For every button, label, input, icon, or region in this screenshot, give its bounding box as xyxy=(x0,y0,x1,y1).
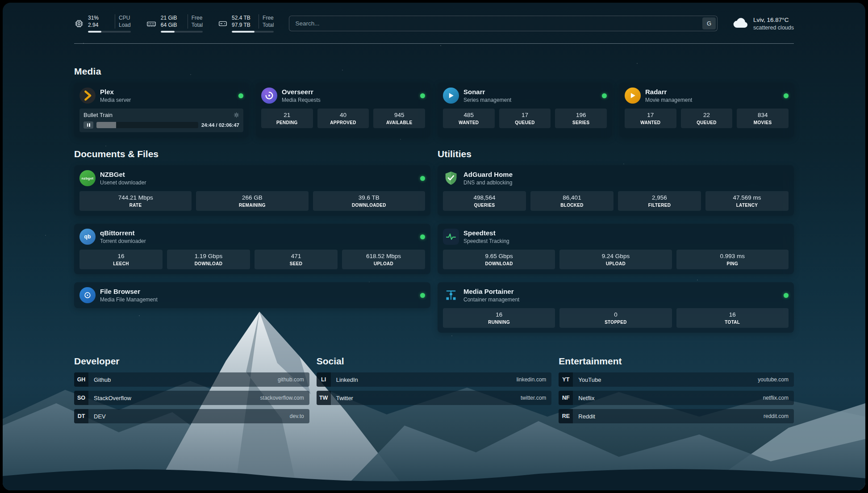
plex-icon xyxy=(79,88,96,104)
bookmark-netflix[interactable]: NF Netflix netflix.com xyxy=(559,391,794,405)
github-icon: GH xyxy=(74,372,88,387)
app-subtitle: Speedtest Tracking xyxy=(463,238,509,245)
disk-free-value: 52.4 TB xyxy=(232,14,255,21)
overseerr-icon xyxy=(261,88,277,104)
service-card-qbittorrent[interactable]: qb qBittorrent Torrent downloader 16LEEC… xyxy=(74,224,430,274)
bookmark-url: netflix.com xyxy=(763,395,789,401)
stat-rate: 744.21 MbpsRATE xyxy=(79,191,192,211)
bookmark-name: Netflix xyxy=(578,395,594,401)
playback-progress-bar xyxy=(96,122,198,128)
bookmark-reddit[interactable]: RE Reddit reddit.com xyxy=(559,409,794,423)
stat-download: 9.65 GbpsDOWNLOAD xyxy=(443,250,555,269)
portainer-icon xyxy=(443,287,459,303)
stat-stopped: 0STOPPED xyxy=(559,308,672,328)
app-name: qBittorrent xyxy=(100,229,146,237)
cpu-percent-value: 31% xyxy=(88,14,111,21)
stat-upload: 9.24 GbpsUPLOAD xyxy=(559,250,672,269)
stat-upload: 618.52 MbpsUPLOAD xyxy=(342,250,425,269)
bookmark-stackoverflow[interactable]: SO StackOverflow stackoverflow.com xyxy=(74,391,309,405)
cpu-widget: 31% 2.94 CPU Load xyxy=(74,14,131,33)
service-card-adguard[interactable]: AdGuard Home DNS and adblocking 498,564Q… xyxy=(438,165,794,216)
bookmark-name: Twitter xyxy=(336,395,353,401)
app-name: File Browser xyxy=(100,288,158,296)
ram-usage-bar xyxy=(161,31,203,33)
plex-now-playing: Bullet Train 24:44 / 02:06:47 xyxy=(79,109,243,132)
gear-icon[interactable] xyxy=(234,112,239,118)
bookmark-dev[interactable]: DT DEV dev.to xyxy=(74,409,309,423)
cpu-usage-bar xyxy=(88,31,131,33)
status-dot xyxy=(420,293,425,298)
entertainment-section-title: Entertainment xyxy=(559,356,794,367)
nzbget-icon: nzbget xyxy=(79,170,96,186)
utilities-section-title: Utilities xyxy=(438,149,794,159)
ram-total-value: 64 GiB xyxy=(161,21,184,29)
stat-latency: 47.569 msLATENCY xyxy=(705,191,789,211)
ram-widget: 21 GiB 64 GiB Free Total xyxy=(146,14,203,33)
stat-blocked: 86,401BLOCKED xyxy=(530,191,613,211)
service-card-plex[interactable]: Plex Media server Bullet Train xyxy=(74,83,249,137)
stat-queued: 17QUEUED xyxy=(499,109,551,128)
cpu-label: CPU xyxy=(119,14,131,21)
social-section-title: Social xyxy=(317,356,552,367)
dev-icon: DT xyxy=(74,409,88,423)
status-dot xyxy=(238,93,243,98)
disk-usage-bar xyxy=(232,31,274,33)
app-subtitle: Series management xyxy=(463,97,511,104)
status-dot xyxy=(602,93,607,98)
service-card-nzbget[interactable]: nzbget NZBGet Usenet downloader 744.21 M… xyxy=(74,165,430,216)
service-card-portainer[interactable]: Media Portainer Container management 16R… xyxy=(438,282,794,333)
stat-running: 16RUNNING xyxy=(443,308,555,328)
stackoverflow-icon: SO xyxy=(74,391,88,405)
stat-available: 945AVAILABLE xyxy=(373,109,425,128)
bookmark-youtube[interactable]: YT YouTube youtube.com xyxy=(559,372,794,387)
filebrowser-icon xyxy=(79,287,96,303)
documents-column: Documents & Files nzbget NZBGet Usenet d… xyxy=(74,149,430,308)
bookmark-name: YouTube xyxy=(578,376,601,383)
disk-widget: 52.4 TB 97.9 TB Free Total xyxy=(218,14,274,33)
stat-wanted: 17WANTED xyxy=(625,109,676,128)
bookmark-linkedin[interactable]: LI LinkedIn linkedin.com xyxy=(317,372,552,387)
bookmark-url: twitter.com xyxy=(521,395,546,401)
pause-icon[interactable] xyxy=(83,121,93,129)
stat-pending: 21PENDING xyxy=(261,109,313,128)
bookmark-url: youtube.com xyxy=(758,376,789,383)
app-subtitle: Media File Management xyxy=(100,297,158,303)
ram-total-label: Total xyxy=(192,21,203,29)
stat-seed: 471SEED xyxy=(255,250,338,269)
search-input[interactable] xyxy=(289,16,718,31)
stat-movies: 834MOVIES xyxy=(737,109,789,128)
top-bar: 31% 2.94 CPU Load xyxy=(74,14,794,33)
service-card-filebrowser[interactable]: File Browser Media File Management xyxy=(74,282,430,308)
media-grid: Plex Media server Bullet Train xyxy=(74,83,794,137)
linkedin-icon: LI xyxy=(317,372,331,387)
weather-condition: scattered clouds xyxy=(753,24,794,31)
app-name: Sonarr xyxy=(463,88,511,96)
cpu-load-label: Load xyxy=(119,21,131,29)
bookmark-url: stackoverflow.com xyxy=(260,395,304,401)
youtube-icon: YT xyxy=(559,372,573,387)
radarr-icon xyxy=(625,88,641,104)
app-subtitle: Media server xyxy=(100,97,131,104)
status-dot xyxy=(784,293,789,298)
bookmark-twitter[interactable]: TW Twitter twitter.com xyxy=(317,391,552,405)
media-section-title: Media xyxy=(74,66,794,77)
hard-drive-icon xyxy=(218,19,228,29)
status-dot xyxy=(420,93,425,98)
service-card-speedtest[interactable]: Speedtest Speedtest Tracking 9.65 GbpsDO… xyxy=(438,224,794,274)
ram-free-value: 21 GiB xyxy=(161,14,184,21)
service-card-sonarr[interactable]: Sonarr Series management 485WANTED 17QUE… xyxy=(438,83,612,137)
service-card-overseerr[interactable]: Overseerr Media Requests 21PENDING 40APP… xyxy=(256,83,430,137)
stat-approved: 40APPROVED xyxy=(317,109,369,128)
ram-free-label: Free xyxy=(192,14,203,21)
app-subtitle: Usenet downloader xyxy=(100,180,146,186)
app-subtitle: Movie management xyxy=(645,97,692,104)
bookmark-github[interactable]: GH Github github.com xyxy=(74,372,309,387)
stat-ping: 0.993 msPING xyxy=(676,250,789,269)
service-card-radarr[interactable]: Radarr Movie management 17WANTED 22QUEUE… xyxy=(619,83,794,137)
netflix-icon: NF xyxy=(559,391,573,405)
weather-widget: Lviv, 16.87°C scattered clouds xyxy=(733,16,794,31)
stat-downloaded: 39.6 TBDOWNLOADED xyxy=(313,191,425,211)
app-subtitle: Media Requests xyxy=(282,97,321,104)
app-subtitle: Container management xyxy=(463,297,519,303)
search-engine-badge[interactable]: G xyxy=(702,17,716,29)
